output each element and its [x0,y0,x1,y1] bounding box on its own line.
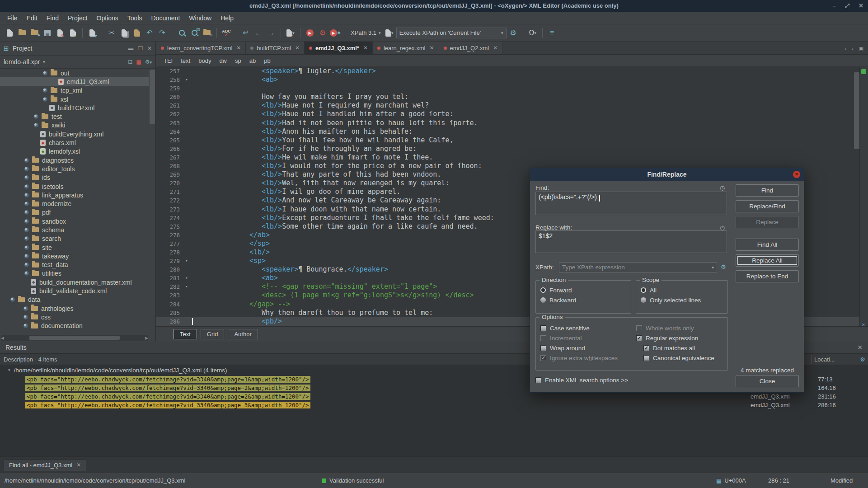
code-line[interactable]: 262<lb/>Haue not I handled him after a g… [156,110,868,118]
checkbox-icon[interactable] [535,377,541,383]
expander-icon[interactable] [24,167,29,171]
location-column-header[interactable]: Locati... [814,356,835,363]
expander-icon[interactable] [24,219,29,224]
expander-icon[interactable] [24,202,29,206]
tab-learn_regex-xml[interactable]: learn_regex.xml✕ [373,42,439,54]
breadcrumb-item-text[interactable]: text [181,57,190,64]
expander-icon[interactable] [23,324,28,328]
tree-item-ids[interactable]: ids [0,174,149,182]
tree-item-link_apparatus[interactable]: link_apparatus [0,191,149,199]
dialog-title-bar[interactable]: Find/Replace ✕ [530,168,804,181]
new-file-icon[interactable] [4,27,15,39]
menu-tools[interactable]: Tools [123,14,147,22]
tree-item-editor_tools[interactable]: editor_tools [0,164,149,173]
tree-item-out[interactable]: out [0,69,149,77]
fold-marker[interactable]: ▾ [183,282,191,291]
tree-item-emdJJ_Q3-xml[interactable]: ◆emdJJ_Q3.xml [0,77,149,86]
xpath-settings-icon[interactable]: ⚙ [507,27,519,39]
option-checkbox[interactable]: Wrap around [540,343,618,353]
validate-icon[interactable]: ✓▾ [285,27,296,39]
expander-icon[interactable]: ▾ [8,368,10,372]
maximize-icon[interactable]: ⤢ [845,0,849,12]
result-row[interactable]: <pb facs="http://eebo.chadwyck.com/fetch… [0,401,868,409]
save-icon[interactable] [42,27,53,39]
tree-item-anthologies[interactable]: anthologies [0,304,149,313]
apply-transformation-icon[interactable]: ▶ [304,27,316,39]
expander-icon[interactable] [24,175,29,180]
mode-text-button[interactable]: Text [174,329,197,339]
open-icon[interactable] [16,27,28,39]
close-dialog-icon[interactable]: ✕ [793,171,800,178]
mode-author-button[interactable]: Author [228,329,258,339]
option-checkbox[interactable]: Case sensitive [540,323,618,333]
expander-icon[interactable] [24,228,29,232]
code-line[interactable]: 257<speaker>¶ Iugler.</speaker> [156,67,868,75]
close-window-icon[interactable]: ✕ [859,0,863,12]
expander-icon[interactable] [24,158,29,163]
editor-scrollbar[interactable] [854,72,859,149]
print-icon[interactable]: ✓ [67,27,79,39]
tree-item-diagnostics[interactable]: diagnostics [0,156,149,164]
code-line[interactable]: 265<lb/>You ſhall ſee how he wil handle … [156,136,868,145]
back-icon[interactable]: ← [253,27,264,39]
option-checkbox[interactable]: ✓Regular expression [636,333,714,343]
find-replace-icon[interactable] [176,27,188,39]
code-line[interactable]: 258▾<ab> [156,75,868,84]
code-line[interactable]: 266<lb/>For if he throughly an angred be… [156,145,868,153]
column-separator[interactable] [812,355,812,364]
format-indent-icon[interactable]: ≡ [546,27,558,39]
close-tab-icon[interactable]: ✕ [295,45,300,51]
tree-item-tcp_xml[interactable]: tcp_xml [0,86,149,95]
collapse-all-icon[interactable]: ⊟ [128,59,132,65]
expander-icon[interactable] [34,114,38,119]
configure-transformation-icon[interactable]: ⚙ [317,27,328,39]
xpath-expression-input[interactable]: Type XPath expression ▾ [559,262,717,272]
menu-help[interactable]: Help [216,14,238,22]
replace-all-button[interactable]: Replace All [736,254,799,267]
tree-item-takeaway[interactable]: takeaway [0,252,149,260]
project-hscrollbar[interactable]: ◀▶ [1,335,148,341]
project-file-selector[interactable]: lemdo-all.xpr ▾ ⊟ ▦ ⚙▾ [0,56,155,69]
direction-radio[interactable]: Forward [540,285,631,295]
float-panel-icon[interactable]: ❐ [138,45,143,52]
tree-item-xwiki[interactable]: xwiki [0,121,149,130]
checkbox-icon[interactable] [540,325,546,331]
scope-radio[interactable]: Only selected lines [641,295,727,305]
checkbox-icon[interactable] [643,355,649,361]
import-icon[interactable]: ▾ [86,27,98,39]
code-line[interactable]: 261<lb/>Haue not I required my marchant … [156,101,868,110]
breadcrumb-item-pb[interactable]: pb [264,57,270,64]
expander-icon[interactable] [23,315,28,319]
tree-item-documentation[interactable]: documentation [0,322,149,330]
close-tab-icon[interactable]: ✕ [493,45,497,51]
direction-radio[interactable]: Backward [540,295,631,305]
breadcrumb-item-div[interactable]: div [219,57,227,64]
tree-item-pdf[interactable]: pdf [0,208,149,217]
option-checkbox[interactable]: Canonical equivalence [636,353,714,363]
checkbox-icon[interactable] [540,345,546,351]
tree-item-test_data[interactable]: test_data [0,261,149,269]
menu-project[interactable]: Project [63,14,92,22]
last-edit-location-icon[interactable]: ↵ [240,27,252,39]
redo-icon[interactable]: ↷ [156,27,168,39]
radio-icon[interactable] [641,297,646,303]
next-editor-icon[interactable]: › [852,46,854,52]
scope-radio[interactable]: All [641,285,727,295]
result-row[interactable]: <pb facs="http://eebo.chadwyck.com/fetch… [0,392,868,401]
breadcrumb-item-sp[interactable]: sp [235,57,241,64]
undo-icon[interactable]: ↶ [144,27,155,39]
code-line[interactable]: 259 [156,84,868,93]
tree-item-buildTCP-xml[interactable]: ◆buildTCP.xml [0,103,149,112]
project-scrollbar[interactable] [150,70,155,124]
tree-item-modernize[interactable]: modernize [0,199,149,208]
close-tab-icon[interactable]: ✕ [363,45,368,51]
checkbox-icon[interactable]: ✓ [636,335,642,341]
menu-file[interactable]: File [3,14,22,22]
fold-marker[interactable]: ▾ [183,274,191,282]
results-tab[interactable]: Find all - emdJJ_Q3.xml ✕ [4,459,86,471]
tree-item-lemdofy-xsl[interactable]: ◆lemdofy.xsl [0,147,149,156]
minimize-panel-icon[interactable]: ▬ [128,45,133,52]
maximize-editor-icon[interactable]: ▣ [859,46,863,52]
results-settings-icon[interactable]: ⚙ [860,356,865,363]
project-settings-icon[interactable]: ⚙▾ [145,59,152,65]
